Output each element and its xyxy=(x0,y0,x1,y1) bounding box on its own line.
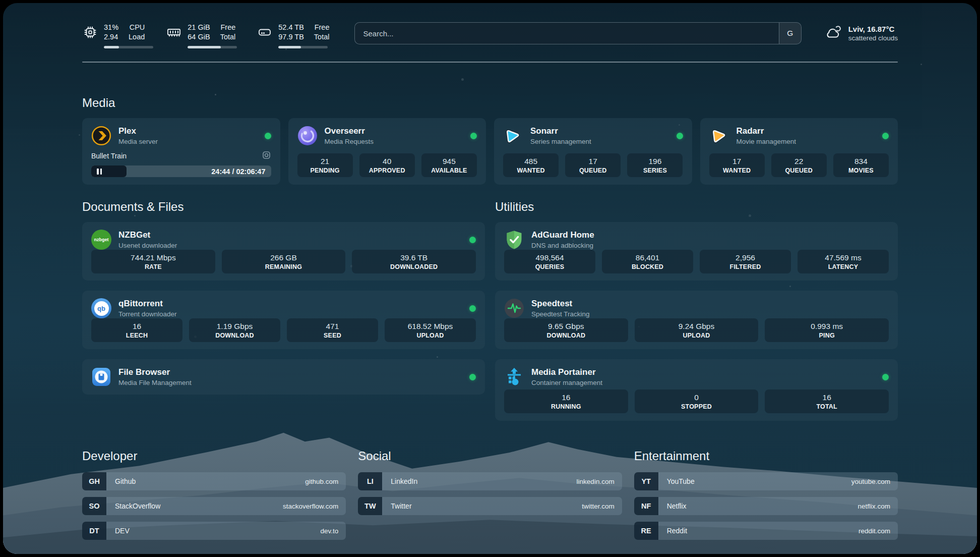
portainer-card[interactable]: Media Portainer Container management 16R… xyxy=(495,359,898,421)
disk-progress-track xyxy=(278,46,328,48)
adguard-card[interactable]: AdGuard Home DNS and adblocking 498,564Q… xyxy=(495,222,898,281)
speedtest-card[interactable]: Speedtest Speedtest Tracking 9.65 GbpsDO… xyxy=(495,291,898,349)
snow-flakes xyxy=(3,3,5,5)
netflix-abbr-icon: NF xyxy=(634,497,658,515)
memory-icon xyxy=(166,25,182,40)
weather-location-temp: Lviv, 16.87°C xyxy=(848,25,898,33)
bookmark-url: youtube.com xyxy=(851,478,890,485)
app-title: Media Portainer xyxy=(531,367,602,377)
qbittorrent-card[interactable]: qb qBittorrent Torrent downloader 16LEEC… xyxy=(82,291,485,349)
section-heading-developer: Developer xyxy=(82,449,346,463)
weather-condition: scattered clouds xyxy=(848,34,898,42)
disk-widget: 52.4 TB 97.9 TB Free Total xyxy=(257,20,329,49)
cpu-icon xyxy=(82,25,98,40)
cpu-progress-fill xyxy=(104,46,119,48)
developer-column: Developer GH Github github.com SO StackO… xyxy=(82,449,346,546)
radarr-card[interactable]: Radarr Movie management 17WANTED 22QUEUE… xyxy=(700,118,898,185)
app-subtitle: Movie management xyxy=(737,138,797,145)
stat-download: 9.65 GbpsDOWNLOAD xyxy=(504,318,628,342)
cpu-load-value: 2.94 xyxy=(104,32,118,42)
search-box: G xyxy=(354,22,801,44)
disk-total-value: 97.9 TB xyxy=(278,32,304,42)
bookmark-linkedin[interactable]: LI LinkedIn linkedin.com xyxy=(358,472,622,490)
stat-ping: 0.993 msPING xyxy=(765,318,889,342)
stat-queued: 22QUEUED xyxy=(771,153,827,177)
app-title: Overseerr xyxy=(325,126,374,136)
app-title: qBittorrent xyxy=(118,299,177,309)
playback-progress-bar[interactable]: 24:44 / 02:06:47 xyxy=(91,165,271,177)
bookmark-name: YouTube xyxy=(667,477,695,485)
overseerr-card[interactable]: Overseerr Media Requests 21PENDING 40APP… xyxy=(288,118,486,185)
stat-blocked: 86,401BLOCKED xyxy=(602,250,693,273)
cpu-widget: 31% 2.94 CPU Load xyxy=(82,20,145,49)
stat-seed: 471SEED xyxy=(287,318,378,342)
bookmark-twitter[interactable]: TW Twitter twitter.com xyxy=(358,497,622,515)
radarr-icon xyxy=(709,126,729,146)
nzbget-icon: nzbget xyxy=(91,230,111,250)
documents-column: Documents & Files nzbget NZBGet Usenet d… xyxy=(82,200,485,421)
memory-progress-track xyxy=(188,46,237,48)
stat-queued: 17QUEUED xyxy=(565,153,621,177)
reddit-abbr-icon: RE xyxy=(634,522,658,540)
adguard-icon xyxy=(504,230,524,250)
app-title: Sonarr xyxy=(530,126,591,136)
bookmark-name: LinkedIn xyxy=(391,477,417,485)
memory-total-value: 64 GiB xyxy=(188,32,210,42)
pause-icon[interactable] xyxy=(97,169,102,175)
bookmark-url: twitter.com xyxy=(582,503,615,510)
section-heading-media: Media xyxy=(82,96,898,110)
social-column: Social LI LinkedIn linkedin.com TW Twitt… xyxy=(358,449,622,546)
github-abbr-icon: GH xyxy=(82,472,106,490)
cpu-label-top: CPU xyxy=(129,23,145,32)
stat-downloaded: 39.6 TBDOWNLOADED xyxy=(352,250,476,273)
status-online-dot xyxy=(882,133,889,139)
status-online-dot xyxy=(677,133,683,139)
app-title: File Browser xyxy=(118,367,192,377)
bookmark-youtube[interactable]: YT YouTube youtube.com xyxy=(634,472,898,490)
memory-free-value: 21 GiB xyxy=(188,23,210,32)
youtube-abbr-icon: YT xyxy=(634,472,658,490)
app-subtitle: Media server xyxy=(118,138,158,145)
bookmark-url: github.com xyxy=(305,478,338,485)
session-settings-icon[interactable] xyxy=(262,150,271,161)
bookmark-netflix[interactable]: NF Netflix netflix.com xyxy=(634,497,898,515)
app-title: Speedtest xyxy=(531,299,590,309)
stat-pending: 21PENDING xyxy=(297,153,353,177)
cpu-label-bottom: Load xyxy=(129,32,145,42)
app-subtitle: Torrent downloader xyxy=(118,310,177,318)
filebrowser-icon xyxy=(91,367,111,387)
section-heading-documents: Documents & Files xyxy=(82,200,485,214)
top-bar: 31% 2.94 CPU Load xyxy=(82,20,898,49)
stat-queries: 498,564QUERIES xyxy=(504,250,595,273)
stat-wanted: 485WANTED xyxy=(503,153,559,177)
bookmark-reddit[interactable]: RE Reddit reddit.com xyxy=(634,522,898,540)
disk-label-top: Free xyxy=(314,23,330,32)
filebrowser-card[interactable]: File Browser Media File Management xyxy=(82,359,485,395)
now-playing-title: Bullet Train xyxy=(91,152,127,160)
linkedin-abbr-icon: LI xyxy=(358,472,382,490)
search-input[interactable] xyxy=(363,29,778,38)
stat-movies: 834MOVIES xyxy=(833,153,889,177)
plex-card[interactable]: Plex Media server Bullet Train xyxy=(82,118,280,185)
bookmark-dev[interactable]: DT DEV dev.to xyxy=(82,522,346,540)
app-subtitle: Usenet downloader xyxy=(118,242,177,249)
bookmark-github[interactable]: GH Github github.com xyxy=(82,472,346,490)
app-subtitle: Media File Management xyxy=(118,379,192,386)
bookmark-stackoverflow[interactable]: SO StackOverflow stackoverflow.com xyxy=(82,497,346,515)
section-heading-entertainment: Entertainment xyxy=(634,449,898,463)
nzbget-card[interactable]: nzbget NZBGet Usenet downloader 744.21 M… xyxy=(82,222,485,281)
bookmark-name: Reddit xyxy=(667,527,687,535)
app-subtitle: Media Requests xyxy=(325,138,374,145)
playback-time: 24:44 / 02:06:47 xyxy=(211,168,265,176)
status-online-dot xyxy=(265,133,271,139)
memory-label-top: Free xyxy=(220,23,236,32)
stat-available: 945AVAILABLE xyxy=(421,153,477,177)
utilities-column: Utilities AdGu xyxy=(495,200,898,421)
stat-download: 1.19 GbpsDOWNLOAD xyxy=(189,318,280,342)
sonarr-card[interactable]: Sonarr Series management 485WANTED 17QUE… xyxy=(494,118,692,185)
bookmark-url: dev.to xyxy=(321,527,339,535)
search-engine-button[interactable]: G xyxy=(779,23,801,44)
stat-upload: 9.24 GbpsUPLOAD xyxy=(635,318,759,342)
bookmark-url: netflix.com xyxy=(858,503,890,510)
section-heading-utilities: Utilities xyxy=(495,200,898,214)
